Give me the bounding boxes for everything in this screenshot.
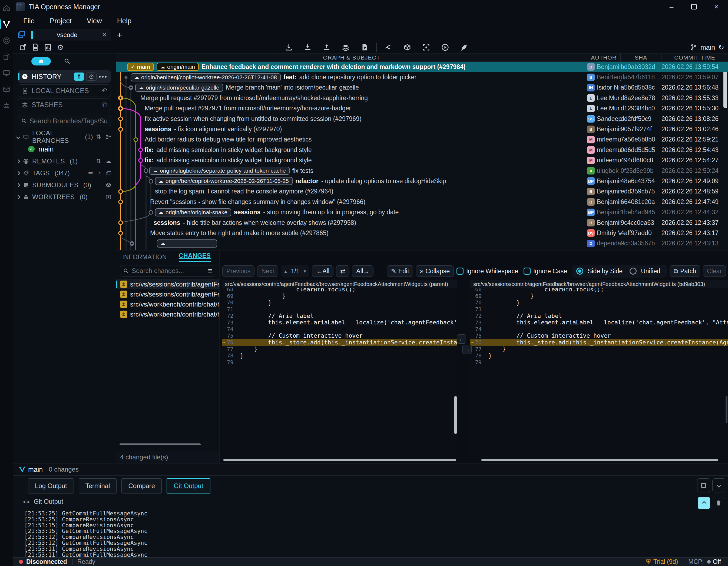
changed-file-item[interactable]: ±src/vs/sessions/contrib/agentFeedba [116, 289, 219, 299]
branch-badge[interactable]: ✓main [127, 63, 154, 71]
stashes-panel[interactable]: STASHES ⧉ [18, 98, 111, 111]
timer-button[interactable] [86, 72, 97, 81]
menu-project[interactable]: Project [50, 17, 72, 25]
clear-button[interactable]: Clear [703, 265, 726, 277]
focus-view-button[interactable] [417, 43, 436, 51]
pull-button[interactable] [298, 43, 317, 51]
stash-box-icon[interactable]: ⧉ [102, 101, 107, 109]
commit-row[interactable]: Add border radius to debug view title fo… [116, 134, 728, 145]
minimize-button[interactable]: – [667, 3, 676, 11]
sidebar-item-local-branches[interactable]: LOCAL BRANCHES (1) ⇅ [13, 131, 116, 143]
panel-tab-compare[interactable]: Compare [121, 478, 162, 494]
branch-badge[interactable]: ☁origin/ulugbekna/separate-policy-and-to… [149, 167, 290, 175]
hunk-up-icon[interactable]: ▲ [284, 269, 288, 273]
pop-stash-button[interactable] [355, 43, 374, 51]
scroll-to-top-button[interactable] [698, 497, 710, 509]
changed-file-item[interactable]: ±src/vs/sessions/contrib/agentFeedba [116, 279, 219, 289]
branch-badge[interactable]: ☁origin/benibenj/copilot-worktree-2026-0… [131, 73, 281, 81]
terminal-nav-icon[interactable] [0, 65, 13, 81]
diff-right-vscrollbar[interactable] [726, 396, 727, 423]
sidebar-item-remotes[interactable]: REMOTES (1) ⇅ ☁ [13, 155, 116, 167]
changes-menu-icon[interactable]: ≡ [208, 266, 212, 275]
panel-maximize-button[interactable] [697, 478, 710, 492]
panel-tab-log-output[interactable]: Log Output [28, 478, 74, 494]
changes-search-input[interactable] [132, 267, 194, 274]
stash-button[interactable] [336, 43, 355, 51]
branch-badge[interactable]: ☁ [157, 239, 217, 247]
branch-item-main[interactable]: ✓ main [13, 143, 116, 155]
branch-badge[interactable]: ☁origin/ben/copilot-worktree-2026-02-26T… [155, 177, 293, 185]
swap-sides-button[interactable]: ⇄ [336, 265, 349, 277]
launch-button[interactable] [455, 43, 474, 51]
side-by-side-radio[interactable] [576, 267, 583, 274]
branch-badge[interactable]: ☁origin/isidorn/peculiar-gazelle [135, 84, 223, 92]
commit-row[interactable]: ☁origin/ulugbekna/separate-policy-and-to… [116, 165, 728, 176]
tab-information[interactable]: INFORMATION [122, 253, 167, 261]
next-button[interactable]: Next [257, 265, 278, 277]
commit-row[interactable]: Revert "sessions - show file changes sum… [116, 197, 728, 207]
commit-row[interactable]: sessions - hide title bar actions when w… [116, 217, 728, 228]
diff-right-hscrollbar[interactable] [481, 459, 718, 461]
commit-row[interactable]: Move status entry to the right and make … [116, 228, 728, 238]
column-author[interactable]: AUTHOR [587, 54, 621, 61]
fetch-button[interactable] [279, 43, 298, 51]
files-nav-icon[interactable] [0, 49, 13, 65]
commit-row[interactable]: Merge pull request #297979 from microsof… [116, 93, 728, 103]
panel-tab-terminal[interactable]: Terminal [79, 478, 117, 494]
compare-branch-icon[interactable] [105, 134, 111, 140]
file-list-hscrollbar[interactable] [120, 444, 201, 445]
mcp-status-value[interactable]: Off [713, 558, 721, 565]
maximize-button[interactable] [691, 4, 697, 9]
tab-close-icon[interactable]: ✕ [102, 31, 107, 39]
new-tab-button[interactable]: + [117, 30, 122, 40]
commit-row[interactable]: ☁Ddependa9c53a3567b2026.02.26 12:43:13 [116, 238, 728, 248]
hunk-down-icon[interactable]: ▼ [303, 269, 307, 273]
menu-help[interactable]: Help [117, 17, 131, 25]
commit-row[interactable]: ☁origin/ben/copilot-worktree-2026-02-26T… [116, 176, 728, 186]
stats-button[interactable] [42, 43, 54, 52]
column-sha[interactable]: SHA [621, 54, 661, 61]
status-branch[interactable]: main [19, 466, 43, 474]
git-output-log[interactable]: [21:53:25] GetCommitFullMessageAsync[21:… [24, 511, 723, 557]
diff-left-vscrollbar[interactable] [454, 396, 457, 434]
refresh-icon[interactable]: ↻ [718, 43, 724, 52]
add-tag-icon[interactable]: 🏷 [105, 170, 111, 177]
unified-radio[interactable] [630, 267, 637, 274]
ignore-whitespace-checkbox[interactable] [456, 267, 464, 274]
cloud-add-icon[interactable]: ☁ [105, 158, 111, 165]
edit-button[interactable]: ✎Edit [387, 265, 413, 277]
apply-hunk-left-button[interactable]: ← [457, 335, 466, 344]
diff-right-pane[interactable]: 68 clearBtn.focus();69 }70 }7172 // Aria… [470, 289, 728, 458]
commit-row[interactable]: ☁origin/isidorn/peculiar-gazelleMerge br… [116, 82, 728, 93]
ignore-case-checkbox[interactable] [524, 267, 531, 274]
branch-search-input[interactable] [29, 117, 107, 125]
commit-row[interactable]: sessions - fix icon alignment vertically… [116, 124, 728, 134]
push-button[interactable] [317, 43, 336, 51]
patch-button[interactable]: ⧉Patch [670, 265, 700, 277]
home-nav-icon[interactable] [0, 0, 13, 16]
changed-file-item[interactable]: ±src/vs/workbench/contrib/chat/brow [116, 309, 219, 319]
undo-icon[interactable]: ↶ [101, 87, 107, 95]
settings-gear-icon[interactable]: ⚙ [54, 43, 67, 52]
focus-nav-icon[interactable] [0, 32, 13, 49]
commit-row[interactable]: ✓main☁origin/mainEnhance feedback and co… [116, 62, 728, 72]
apply-hunk-right-button[interactable]: → [462, 345, 472, 354]
repo-tab-vscode[interactable]: vscode ✕ [30, 29, 111, 41]
clear-log-button[interactable] [713, 497, 724, 509]
share-button[interactable] [17, 43, 29, 52]
commit-row[interactable]: fix active session when changing from un… [116, 114, 728, 124]
commit-row[interactable]: stop the log spam, I cannot read the con… [116, 186, 728, 197]
changed-file-item[interactable]: ±src/vs/workbench/contrib/chat/brow [116, 299, 219, 309]
package-button[interactable] [398, 43, 417, 51]
previous-button[interactable]: Previous [222, 265, 254, 277]
diff-left-pane[interactable]: 68 clearBtn.focus();69 }70 }7172 // Aria… [222, 289, 457, 458]
panel-tab-git-output[interactable]: Git Output [167, 478, 210, 494]
log-file-button[interactable] [29, 43, 42, 52]
history-panel[interactable]: HISTORY ••• [18, 70, 111, 83]
trial-badge[interactable]: Trial (9d) [653, 558, 678, 565]
home-view-button[interactable] [31, 57, 51, 65]
branch-badge[interactable]: ☁origin/main [157, 63, 199, 71]
sidebar-item-submodules[interactable]: SUBMODULES (0) [13, 179, 116, 191]
repo-graph-nav-icon[interactable] [0, 16, 13, 32]
branch-badge[interactable]: ☁origin/ben/original-snake [155, 208, 231, 216]
